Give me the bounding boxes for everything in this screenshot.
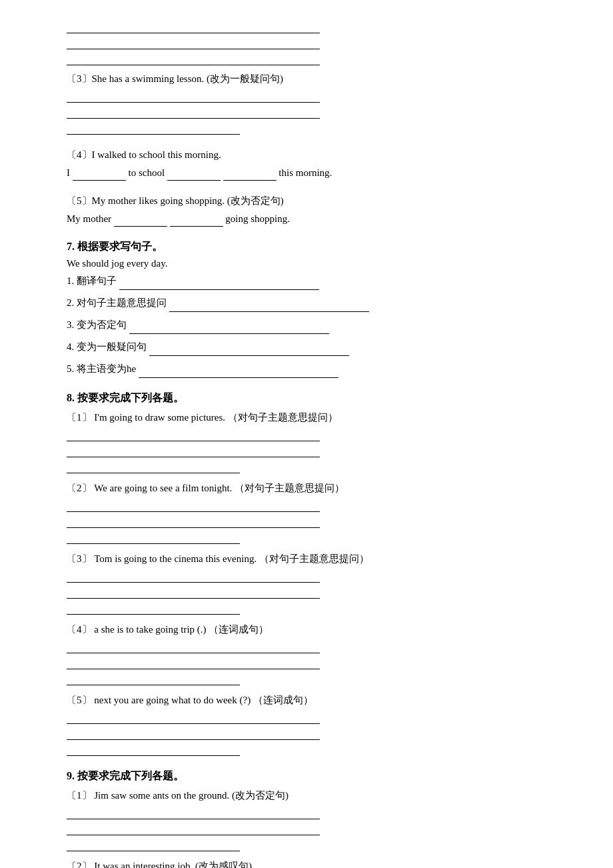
- top-line-2: [67, 36, 320, 49]
- top-answer-lines: [67, 20, 546, 65]
- answer-line: [67, 89, 320, 103]
- item2-bracket: 〔2〕: [67, 483, 92, 493]
- answer-line: [67, 585, 320, 599]
- answer-line: [67, 727, 320, 740]
- list-item: 5. 将主语变为he: [67, 360, 546, 378]
- item1-label: 〔1〕 I'm going to draw some pictures. （对句…: [67, 409, 546, 425]
- item1-label: 〔1〕 Jim saw some ants on the ground. (改为…: [67, 787, 546, 803]
- item5-suffix: going shopping.: [225, 213, 290, 224]
- item-label: 对句子主题意思提问: [77, 297, 167, 308]
- answer-line-short: [67, 743, 240, 756]
- item2-bracket: 〔2〕: [67, 861, 92, 868]
- answer-blank: [149, 344, 349, 356]
- answer-line-short: [67, 460, 240, 473]
- section7-items: 1. 翻译句子 2. 对句子主题意思提问 3. 变为否定句 4. 变为一般疑问句…: [67, 272, 546, 378]
- answer-line: [67, 640, 320, 653]
- item5-answer: [67, 711, 546, 756]
- item2-label: 〔2〕 It was an interesting job. (改为感叹句): [67, 858, 546, 868]
- section9-title: 9. 按要求完成下列各题。: [67, 769, 546, 783]
- item-label: 翻译句子: [77, 275, 117, 286]
- item2-text: It was an interesting job.: [94, 861, 193, 868]
- answer-line: [67, 515, 320, 528]
- item5-instruction: （连词成句）: [253, 695, 313, 705]
- answer-line: [67, 428, 320, 441]
- item2-instruction: （对句子主题意思提问）: [235, 483, 344, 493]
- answer-line-short: [67, 531, 240, 544]
- answer-blank: [119, 278, 319, 290]
- item4-sentence: I to school this morning.: [67, 165, 546, 181]
- section6-item3: 〔3〕She has a swimming lesson. (改为一般疑问句): [67, 71, 546, 135]
- section8: 8. 按要求完成下列各题。 〔1〕 I'm going to draw some…: [67, 391, 546, 756]
- answer-blank: [169, 300, 369, 312]
- list-item: 1. 翻译句子: [67, 272, 546, 290]
- item-label: 变为否定句: [77, 319, 127, 330]
- item2-instruction: (改为感叹句): [195, 861, 252, 868]
- list-item: 4. 变为一般疑问句: [67, 338, 546, 356]
- section8-item2: 〔2〕 We are going to see a film tonight. …: [67, 480, 546, 544]
- item5-bracket: 〔5〕: [67, 695, 92, 705]
- item3-bracket: 〔3〕: [67, 553, 92, 564]
- item5-sentence: My mother going shopping.: [67, 211, 546, 227]
- item2-label: 〔2〕 We are going to see a film tonight. …: [67, 480, 546, 496]
- item1-bracket: 〔1〕: [67, 790, 92, 801]
- item3-label: 〔3〕 Tom is going to the cinema this even…: [67, 551, 546, 567]
- item4-label: 〔4〕 a she is to take going trip (.) （连词成…: [67, 621, 546, 637]
- item1-answer: [67, 428, 546, 473]
- item5-text: next you are going what to do week (?): [94, 695, 251, 705]
- item4-text: a she is to take going trip (.): [94, 624, 206, 635]
- item-label: 变为一般疑问句: [77, 341, 147, 352]
- answer-line-short: [67, 838, 240, 851]
- item3-text: Tom is going to the cinema this evening.: [94, 553, 257, 564]
- item3-answer: [67, 569, 546, 615]
- answer-line-short: [67, 121, 240, 135]
- item4-label: 〔4〕I walked to school this morning.: [67, 147, 546, 163]
- answer-blank: [129, 322, 329, 334]
- section8-title: 8. 按要求完成下列各题。: [67, 391, 546, 405]
- item4-suffix: this morning.: [279, 167, 332, 178]
- section9-item1: 〔1〕 Jim saw some ants on the ground. (改为…: [67, 787, 546, 851]
- answer-line: [67, 444, 320, 457]
- item4-answer: [67, 640, 546, 685]
- section8-item3: 〔3〕 Tom is going to the cinema this even…: [67, 551, 546, 615]
- answer-line-short: [67, 601, 240, 615]
- answer-line: [67, 499, 320, 512]
- item-num: 5.: [67, 363, 77, 374]
- item5-label: 〔5〕 next you are going what to do week (…: [67, 692, 546, 708]
- top-line-1: [67, 20, 320, 33]
- item3-label: 〔3〕She has a swimming lesson. (改为一般疑问句): [67, 71, 546, 87]
- item3-instruction: （对句子主题意思提问）: [259, 553, 369, 564]
- blank1: [73, 170, 126, 181]
- item2-text: We are going to see a film tonight.: [94, 483, 232, 493]
- section8-item4: 〔4〕 a she is to take going trip (.) （连词成…: [67, 621, 546, 685]
- answer-line: [67, 822, 320, 835]
- answer-blank: [139, 366, 338, 378]
- section6-item4: 〔4〕I walked to school this morning. I to…: [67, 147, 546, 181]
- item3-answer-lines: [67, 89, 546, 135]
- item2-answer: [67, 499, 546, 544]
- answer-line: [67, 806, 320, 819]
- item4-prefix: I: [67, 167, 70, 178]
- item-num: 2.: [67, 297, 77, 308]
- item-num: 3.: [67, 319, 77, 330]
- item1-bracket: 〔1〕: [67, 412, 92, 423]
- item4-bracket: 〔4〕: [67, 624, 92, 635]
- section8-item5: 〔5〕 next you are going what to do week (…: [67, 692, 546, 756]
- answer-line: [67, 656, 320, 669]
- blank2: [170, 216, 223, 227]
- list-item: 3. 变为否定句: [67, 316, 546, 334]
- answer-line-short: [67, 672, 240, 685]
- section7-intro: We should jog every day.: [67, 258, 546, 269]
- answer-line: [67, 711, 320, 724]
- section9-item2: 〔2〕 It was an interesting job. (改为感叹句): [67, 858, 546, 868]
- blank3: [223, 170, 277, 181]
- section8-item1: 〔1〕 I'm going to draw some pictures. （对句…: [67, 409, 546, 473]
- blank1: [114, 216, 167, 227]
- item-num: 4.: [67, 341, 77, 352]
- item5-prefix: My mother: [67, 213, 114, 224]
- item-num: 1.: [67, 275, 77, 286]
- section7-title: 7. 根据要求写句子。: [67, 240, 546, 254]
- item1-text: I'm going to draw some pictures.: [94, 412, 225, 423]
- item1-answer: [67, 806, 546, 851]
- item1-instruction: （对句子主题意思提问）: [228, 412, 338, 423]
- blank2: [167, 170, 221, 181]
